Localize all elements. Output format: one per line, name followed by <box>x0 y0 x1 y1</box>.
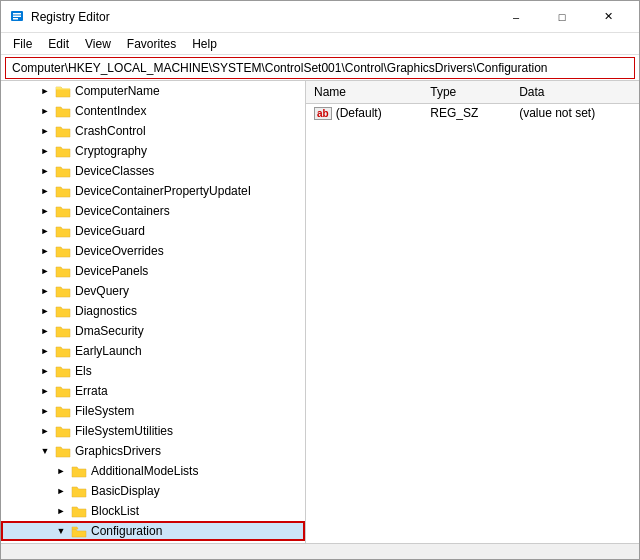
table-row[interactable]: ab(Default) REG_SZ (value not set) <box>306 103 639 123</box>
expand-icon: ► <box>37 383 53 399</box>
tree-label-diagnostics: Diagnostics <box>75 304 137 318</box>
title-bar: Registry Editor – □ ✕ <box>1 1 639 33</box>
expand-icon: ▼ <box>37 443 53 459</box>
folder-icon <box>55 184 71 198</box>
col-data: Data <box>511 81 639 103</box>
folder-icon <box>55 204 71 218</box>
tree-item-diagnostics[interactable]: ► Diagnostics <box>1 301 305 321</box>
tree-item-devquery[interactable]: ► DevQuery <box>1 281 305 301</box>
svg-rect-1 <box>13 13 21 15</box>
expand-icon: ► <box>37 343 53 359</box>
tree-item-earlylaunch[interactable]: ► EarlyLaunch <box>1 341 305 361</box>
tree-item-graphicsdrivers[interactable]: ▼ GraphicsDrivers <box>1 441 305 461</box>
folder-icon <box>55 344 71 358</box>
tree-label-graphicsdrivers: GraphicsDrivers <box>75 444 161 458</box>
tree-item-contentindex[interactable]: ► ContentIndex <box>1 101 305 121</box>
expand-icon: ► <box>37 183 53 199</box>
tree-item-additionalmodelists[interactable]: ► AdditionalModeLists <box>1 461 305 481</box>
tree-label-filesystemutilities: FileSystemUtilities <box>75 424 173 438</box>
tree-label-devquery: DevQuery <box>75 284 129 298</box>
tree-item-deviceclasses[interactable]: ► DeviceClasses <box>1 161 305 181</box>
folder-icon <box>55 224 71 238</box>
tree-item-filesystemutilities[interactable]: ► FileSystemUtilities <box>1 421 305 441</box>
value-type: REG_SZ <box>422 103 511 123</box>
expand-icon: ► <box>37 363 53 379</box>
tree-label-computername: ComputerName <box>75 84 160 98</box>
tree-item-configuration[interactable]: ▼ Configuration <box>1 521 305 541</box>
folder-icon <box>55 284 71 298</box>
tree-item-devicecontainers[interactable]: ► DeviceContainers <box>1 201 305 221</box>
tree-item-dmasecurity[interactable]: ► DmaSecurity <box>1 321 305 341</box>
tree-item-computername[interactable]: ► ComputerName <box>1 81 305 101</box>
tree-item-els[interactable]: ► Els <box>1 361 305 381</box>
tree-item-devicecontainer[interactable]: ► DeviceContainerPropertyUpdateI <box>1 181 305 201</box>
folder-icon <box>55 424 71 438</box>
svg-rect-3 <box>13 18 18 20</box>
tree-panel: ► ComputerName ► ContentIndex ► CrashCon… <box>1 81 306 543</box>
tree-item-filesystem[interactable]: ► FileSystem <box>1 401 305 421</box>
menu-view[interactable]: View <box>77 35 119 53</box>
title-controls: – □ ✕ <box>493 1 631 33</box>
tree-item-cryptography[interactable]: ► Cryptography <box>1 141 305 161</box>
folder-icon <box>55 164 71 178</box>
tree-label-deviceoverrides: DeviceOverrides <box>75 244 164 258</box>
tree-label-contentindex: ContentIndex <box>75 104 146 118</box>
tree-label-configuration: Configuration <box>91 524 162 538</box>
expand-icon: ► <box>37 203 53 219</box>
tree-item-deviceoverrides[interactable]: ► DeviceOverrides <box>1 241 305 261</box>
maximize-button[interactable]: □ <box>539 1 585 33</box>
expand-icon: ► <box>53 463 69 479</box>
tree-item-blocklist[interactable]: ► BlockList <box>1 501 305 521</box>
tree-label-blocklist: BlockList <box>91 504 139 518</box>
values-panel: Name Type Data ab(Default) REG_SZ (value… <box>306 81 639 543</box>
tree-label-filesystem: FileSystem <box>75 404 134 418</box>
col-type: Type <box>422 81 511 103</box>
menu-edit[interactable]: Edit <box>40 35 77 53</box>
tree-item-devicepanels[interactable]: ► DevicePanels <box>1 261 305 281</box>
folder-icon <box>55 124 71 138</box>
tree-label-earlylaunch: EarlyLaunch <box>75 344 142 358</box>
menu-favorites[interactable]: Favorites <box>119 35 184 53</box>
tree-label-devicepanels: DevicePanels <box>75 264 148 278</box>
tree-label-dmasecurity: DmaSecurity <box>75 324 144 338</box>
folder-icon <box>55 384 71 398</box>
col-name: Name <box>306 81 422 103</box>
address-bar <box>1 55 639 81</box>
folder-icon <box>55 244 71 258</box>
expand-icon: ► <box>37 143 53 159</box>
folder-icon <box>55 144 71 158</box>
tree-item-crashcontrol[interactable]: ► CrashControl <box>1 121 305 141</box>
window-title: Registry Editor <box>31 10 110 24</box>
menu-file[interactable]: File <box>5 35 40 53</box>
address-input[interactable] <box>5 57 635 79</box>
expand-icon: ► <box>53 483 69 499</box>
svg-rect-2 <box>13 15 21 17</box>
menu-bar: File Edit View Favorites Help <box>1 33 639 55</box>
tree-label-deviceguard: DeviceGuard <box>75 224 145 238</box>
tree-item-deviceguard[interactable]: ► DeviceGuard <box>1 221 305 241</box>
expand-icon: ► <box>37 303 53 319</box>
folder-icon <box>55 404 71 418</box>
tree-item-errata[interactable]: ► Errata <box>1 381 305 401</box>
menu-help[interactable]: Help <box>184 35 225 53</box>
folder-icon-open <box>71 524 87 538</box>
tree-label-crashcontrol: CrashControl <box>75 124 146 138</box>
close-button[interactable]: ✕ <box>585 1 631 33</box>
folder-icon <box>55 324 71 338</box>
expand-icon: ► <box>37 83 53 99</box>
tree-label-additionalmodelists: AdditionalModeLists <box>91 464 198 478</box>
tree-label-devicecontainer: DeviceContainerPropertyUpdateI <box>75 184 251 198</box>
tree-item-basicdisplay[interactable]: ► BasicDisplay <box>1 481 305 501</box>
tree-label-deviceclasses: DeviceClasses <box>75 164 154 178</box>
horizontal-scrollbar[interactable] <box>1 543 639 559</box>
registry-icon <box>9 9 25 25</box>
tree-label-basicdisplay: BasicDisplay <box>91 484 160 498</box>
minimize-button[interactable]: – <box>493 1 539 33</box>
expand-icon: ► <box>37 263 53 279</box>
folder-icon <box>55 84 71 98</box>
expand-icon: ► <box>37 243 53 259</box>
main-content: ► ComputerName ► ContentIndex ► CrashCon… <box>1 81 639 543</box>
folder-icon <box>71 504 87 518</box>
ab-icon: ab <box>314 107 332 120</box>
folder-icon <box>71 464 87 478</box>
